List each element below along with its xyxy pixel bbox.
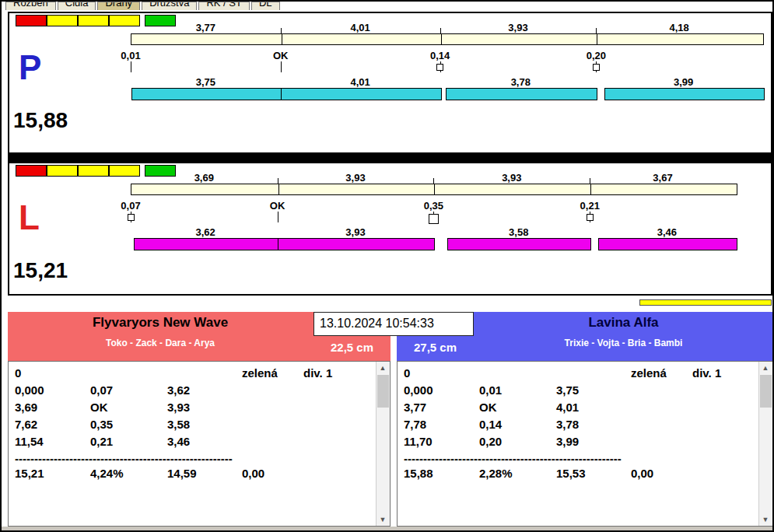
result-cell: 0,20 — [479, 435, 556, 452]
result-cell — [167, 366, 242, 383]
tab-label: Dráhy — [105, 2, 132, 9]
crossing-time-label: 0,35 — [424, 201, 443, 211]
dog-run-bar — [446, 88, 597, 100]
crossing-time-label: 0,20 — [587, 51, 606, 61]
team-left-members: Toko - Zack - Dara - Arya — [8, 338, 313, 348]
result-cell — [692, 467, 759, 484]
result-cell — [692, 418, 759, 435]
crossing-time-label: OK — [270, 201, 285, 211]
lane-timeline: 3,774,013,934,180,01OK0,140,203,754,013,… — [131, 23, 762, 103]
result-row: 7,780,143,78 — [404, 418, 759, 435]
scroll-up-icon[interactable]: ▲ — [759, 362, 772, 374]
window-bottom-edge — [2, 527, 774, 532]
scrollbar-thumb[interactable] — [760, 375, 772, 408]
result-cell: 15,53 — [556, 467, 631, 484]
tab-dr-hy[interactable]: Dráhy — [97, 2, 140, 10]
status-light — [47, 165, 78, 177]
tab-label: RK / ST — [206, 2, 242, 9]
result-cell — [631, 401, 692, 418]
segment-tick — [590, 178, 590, 184]
segment-tick — [596, 28, 597, 33]
result-cell: 0,07 — [90, 383, 167, 401]
result-cell — [692, 401, 759, 418]
split-times-bar — [131, 33, 764, 45]
result-cell — [479, 366, 556, 383]
result-cell: zelená — [631, 366, 692, 383]
result-cell — [303, 467, 376, 484]
result-cell: 3,62 — [167, 383, 242, 401]
segment-time-label: 3,77 — [196, 23, 215, 33]
crossing-checkbox[interactable] — [128, 214, 135, 221]
segment-time-label: 3,67 — [653, 173, 672, 183]
crossing-time-label: 0,14 — [430, 51, 450, 61]
result-row: 15,882,28%15,530,00 — [404, 467, 759, 484]
crossing-tick — [131, 61, 131, 72]
result-row: 3,77OK4,01 — [404, 401, 759, 418]
segment-divider — [282, 34, 282, 44]
tab-label: Družstva — [149, 2, 189, 9]
segment-divider — [441, 34, 442, 44]
dog-run-bar — [278, 238, 436, 250]
scroll-up-icon[interactable]: ▲ — [376, 362, 389, 374]
result-cell: 3,77 — [404, 401, 479, 418]
lane-total: 15,21 — [13, 260, 68, 282]
tab--idla[interactable]: Čidla — [58, 2, 96, 10]
scrollbar[interactable]: ▲ ▼ — [758, 362, 772, 526]
tab-label: Čidla — [65, 2, 89, 9]
dog-time-label: 3,46 — [657, 227, 677, 237]
results-divider: ----------------------------------------… — [15, 452, 233, 467]
result-cell — [90, 366, 167, 383]
status-light — [16, 165, 47, 177]
results-right[interactable]: 0zelenádiv. 10,0000,013,753,77OK4,017,78… — [397, 361, 773, 527]
lane-total: 15,88 — [13, 110, 68, 131]
result-cell: 3,75 — [556, 383, 631, 401]
segment-tick — [433, 178, 434, 184]
results-left[interactable]: 0zelenádiv. 10,0000,073,623,69OK3,937,62… — [8, 361, 391, 527]
scroll-down-icon[interactable]: ▼ — [759, 513, 772, 526]
panel-divider — [8, 154, 772, 162]
tab-rk-st[interactable]: RK / ST — [198, 2, 250, 10]
segment-tick — [440, 28, 441, 33]
status-light — [78, 15, 109, 26]
tab-dl[interactable]: DL — [251, 2, 280, 10]
result-cell: 15,21 — [15, 467, 90, 484]
segment-time-label: 3,93 — [502, 173, 521, 183]
result-cell: 11,54 — [15, 435, 90, 452]
result-cell: 4,24% — [90, 467, 167, 484]
result-row: 11,540,213,46 — [15, 435, 376, 452]
tab-label: Rozběh — [13, 2, 48, 9]
crossing-checkbox[interactable] — [436, 64, 443, 71]
scrollbar[interactable]: ▲ ▼ — [376, 362, 390, 526]
result-cell: 0,00 — [242, 467, 303, 484]
result-cell — [242, 418, 303, 435]
height-right: 27,5 cm — [397, 336, 474, 361]
scroll-down-icon[interactable]: ▼ — [376, 513, 389, 526]
result-row: 0,0000,073,62 — [15, 383, 376, 401]
team-right-name: Lavina Alfa — [474, 315, 773, 331]
crossing-checkbox[interactable] — [593, 64, 600, 71]
tab-bar: RozběhČidlaDráhyDružstvaRK / STDL — [5, 2, 765, 10]
result-cell — [303, 418, 376, 435]
dog-run-bar — [281, 88, 442, 100]
crossing-checkbox[interactable] — [429, 214, 439, 224]
tab-label: DL — [259, 2, 272, 9]
result-cell: 15,88 — [404, 467, 479, 484]
result-cell: 4,01 — [556, 401, 631, 418]
result-cell: 0,000 — [15, 383, 90, 401]
result-cell — [631, 435, 692, 452]
result-row: 11,700,203,99 — [404, 435, 759, 452]
result-cell: 0,01 — [479, 383, 556, 401]
lane-panel-p: P 15,88 3,774,013,934,180,01OK0,140,203,… — [8, 12, 772, 154]
tab-dru-stva[interactable]: Družstva — [142, 2, 197, 10]
result-cell — [242, 401, 303, 418]
result-cell: OK — [90, 401, 167, 418]
tab-rozb-h[interactable]: Rozběh — [5, 2, 56, 10]
dog-run-bar — [447, 238, 591, 250]
crossing-checkbox[interactable] — [587, 214, 594, 221]
result-cell: 0,35 — [90, 418, 167, 435]
result-cell: 3,69 — [15, 401, 90, 418]
scrollbar-thumb[interactable] — [377, 375, 389, 408]
segment-time-label: 4,18 — [670, 23, 689, 33]
result-cell: 0 — [404, 366, 479, 383]
segment-time-label: 3,69 — [194, 173, 214, 183]
